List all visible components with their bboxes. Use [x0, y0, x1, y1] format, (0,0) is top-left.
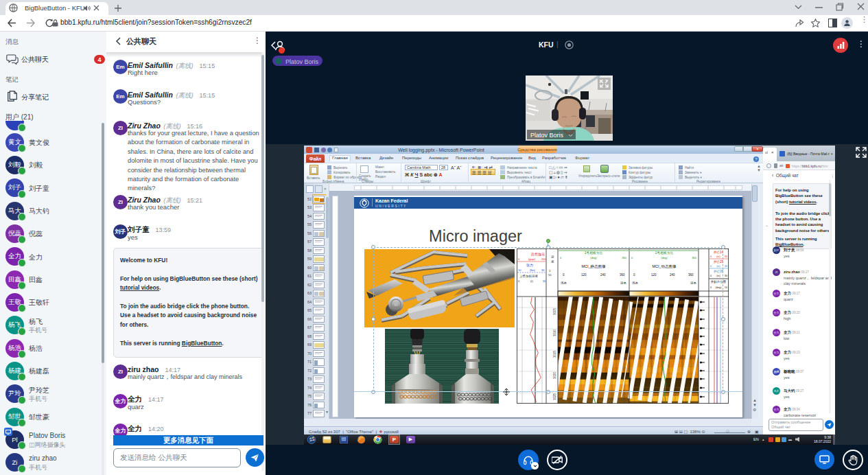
svg-text:120: 120 [581, 273, 587, 277]
svg-text:(t): (t) [530, 279, 533, 283]
svg-text:井径36: 井径36 [714, 270, 724, 273]
svg-text:3005: 3005 [553, 308, 556, 315]
svg-text:10: 10 [518, 268, 521, 272]
svg-text:360: 360 [692, 256, 696, 259]
svg-text:1号相板方位: 1号相板方位 [585, 251, 603, 255]
svg-text:深色: 深色 [690, 281, 697, 285]
svg-text:(gapi): (gapi) [528, 257, 536, 261]
svg-text:井径14: 井径14 [714, 251, 724, 254]
svg-text:自然伽马: 自然伽马 [531, 252, 545, 257]
svg-text:深: 深 [551, 255, 554, 259]
svg-text:(deg): (deg) [661, 256, 668, 259]
svg-text:深色: 深色 [620, 281, 627, 285]
svg-text:240: 240 [670, 273, 675, 277]
svg-text:200: 200 [541, 257, 546, 261]
svg-text:(in): (in) [716, 255, 720, 258]
svg-text:360: 360 [688, 273, 694, 277]
svg-text:MCI_动态图像: MCI_动态图像 [652, 264, 677, 269]
svg-text:3020: 3020 [553, 371, 556, 379]
svg-text:0: 0 [710, 286, 712, 289]
svg-text:1号相板方位: 1号相板方位 [655, 251, 674, 255]
svg-text:浅色: 浅色 [632, 281, 639, 285]
svg-text:240: 240 [600, 273, 606, 277]
svg-text:3025: 3025 [553, 393, 556, 400]
svg-text:1:: 1: [549, 269, 551, 273]
svg-text:30: 30 [541, 268, 545, 272]
svg-text:3010: 3010 [553, 329, 556, 336]
svg-text:井径25: 井径25 [714, 260, 724, 264]
svg-text:MCI_静态图像: MCI_静态图像 [581, 264, 606, 269]
svg-text:30: 30 [725, 265, 727, 268]
svg-text:0: 0 [710, 275, 712, 277]
svg-text:上提加权深度: 上提加权深度 [519, 274, 539, 278]
svg-text:0: 0 [710, 265, 712, 268]
svg-text:(deg): (deg) [716, 286, 723, 289]
svg-text:Platov Boris: Platov Boris [530, 132, 564, 139]
svg-text:(in): (in) [716, 275, 720, 277]
svg-text:浅色: 浅色 [561, 281, 567, 285]
svg-text:360: 360 [620, 273, 625, 277]
svg-text:(in): (in) [716, 265, 720, 268]
svg-text:张力: 张力 [526, 263, 533, 268]
svg-text:360: 360 [622, 256, 626, 259]
svg-text:(lbs): (lbs) [530, 268, 535, 272]
svg-text:30: 30 [725, 275, 727, 277]
svg-text:(deg): (deg) [590, 256, 597, 259]
svg-text:0: 0 [710, 255, 712, 258]
svg-text:120: 120 [651, 273, 657, 277]
svg-text:30: 30 [725, 255, 727, 258]
svg-text:度: 度 [551, 260, 554, 264]
svg-text:3015: 3015 [553, 350, 556, 358]
svg-text:10: 10 [725, 286, 727, 289]
svg-text:50: 50 [548, 273, 552, 277]
